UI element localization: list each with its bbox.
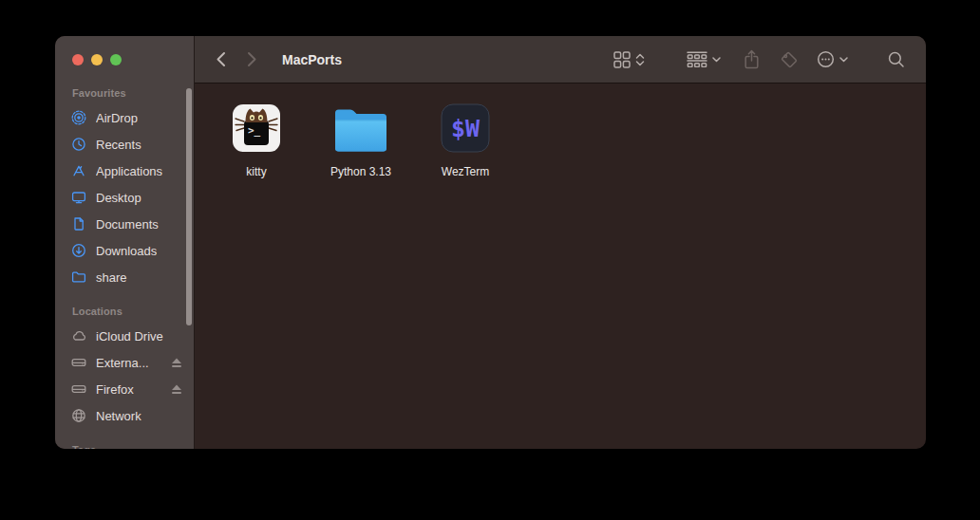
sidebar: Favourites AirDrop [55,36,195,449]
window-title: MacPorts [282,52,342,67]
sidebar-item-desktop[interactable]: Desktop [70,184,188,211]
sidebar-section-favourites: Favourites AirDrop [70,80,188,290]
wezterm-app-icon: $W [438,103,493,155]
more-actions-button[interactable] [817,50,848,68]
clock-icon [70,137,87,152]
search-button[interactable] [888,51,905,68]
group-by-button[interactable] [687,51,721,67]
search-icon [888,51,905,68]
svg-text:>_: >_ [248,124,261,137]
file-item-python-folder[interactable]: Python 3.13 [312,103,409,178]
blue-folder-icon [333,103,388,155]
document-icon [70,216,87,232]
sidebar-item-share[interactable]: share [70,264,188,290]
external-drive-icon [70,355,87,370]
kitty-app-icon: >_ [229,103,284,155]
file-label: WezTerm [442,165,489,178]
folder-icon [70,269,87,285]
cloud-icon [70,328,87,344]
sidebar-item-airdrop[interactable]: AirDrop [70,104,188,131]
sidebar-item-external-drive[interactable]: Externa... [70,349,188,376]
sidebar-section-tags: Tags [70,436,188,449]
eject-button[interactable] [171,384,182,395]
external-drive-icon [70,381,87,397]
sidebar-item-label: Recents [96,138,141,152]
globe-icon [70,408,87,423]
sidebar-item-documents[interactable]: Documents [70,211,188,237]
sidebar-sections: Favourites AirDrop [55,80,194,449]
sidebar-item-downloads[interactable]: Downloads [70,237,188,264]
appstore-a-icon [70,163,87,178]
eject-button[interactable] [171,358,182,368]
section-header: Favourites [70,80,188,104]
view-stepper-icon [635,52,645,67]
section-header: Locations [70,298,188,323]
sidebar-item-label: Downloads [96,244,157,258]
sidebar-item-label: Firefox [96,382,134,397]
finder-window: Favourites AirDrop [55,36,926,449]
sidebar-item-label: Network [96,409,141,423]
share-button[interactable] [744,49,760,69]
sidebar-item-recents[interactable]: Recents [70,131,188,158]
section-header: Tags [70,436,188,449]
main-area: MacPorts [195,36,926,449]
sidebar-item-firefox[interactable]: Firefox [70,376,188,402]
chevron-down-icon [712,57,721,63]
tag-button[interactable] [781,51,798,68]
sidebar-item-label: Externa... [96,356,149,370]
sidebar-item-label: share [96,270,127,285]
file-label: kitty [246,165,266,178]
back-button[interactable] [216,51,226,67]
sidebar-item-icloud-drive[interactable]: iCloud Drive [70,323,188,349]
sidebar-item-label: Documents [96,217,159,232]
sidebar-item-network[interactable]: Network [70,402,188,429]
file-grid: >_ kitty [195,84,926,449]
download-circle-icon [70,243,87,258]
airdrop-icon [70,110,87,125]
sidebar-item-label: Applications [96,164,162,178]
desktop-icon [70,190,87,205]
sidebar-item-label: Desktop [96,191,141,205]
sidebar-section-locations: Locations iCloud Drive [70,298,188,429]
file-item-wezterm[interactable]: $W WezTerm [417,103,514,178]
svg-text:$W: $W [451,115,481,142]
forward-button[interactable] [247,51,257,67]
sidebar-item-label: iCloud Drive [96,329,163,344]
sidebar-item-label: AirDrop [96,111,138,125]
traffic-lights [55,36,194,65]
zoom-window-button[interactable] [110,54,122,65]
minimize-window-button[interactable] [91,54,103,65]
sidebar-item-applications[interactable]: Applications [70,158,188,184]
chevron-down-icon [839,57,848,63]
toolbar: MacPorts [195,36,926,84]
file-item-kitty[interactable]: >_ kitty [208,103,305,178]
toolbar-right [613,49,905,69]
close-window-button[interactable] [72,54,84,65]
sidebar-scrollbar[interactable] [186,88,192,325]
file-label: Python 3.13 [330,165,391,178]
icon-view-button[interactable] [613,51,645,68]
